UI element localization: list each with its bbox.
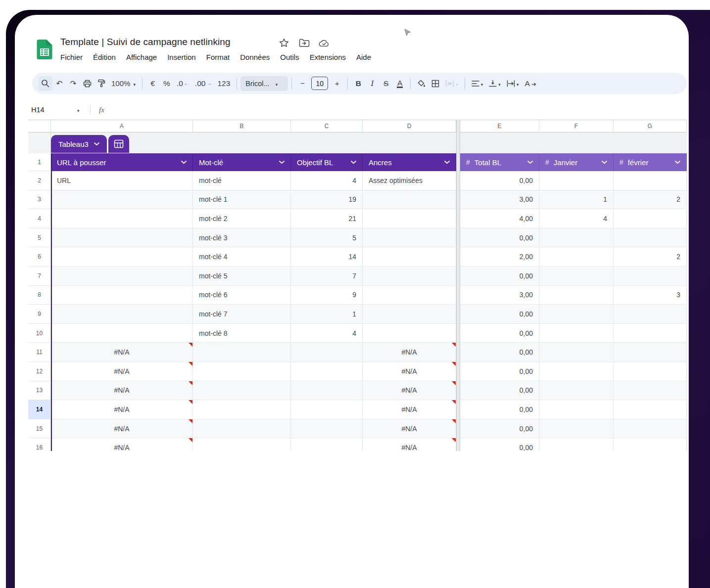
cell-B11[interactable] xyxy=(193,343,291,362)
cell-D7[interactable] xyxy=(363,267,456,286)
frozen-pane-divider[interactable] xyxy=(456,381,460,401)
cell-B7[interactable]: mot-clé 5 xyxy=(193,267,291,286)
row-header-14[interactable]: 14 xyxy=(28,400,51,419)
table-header-B[interactable]: Mot-clé xyxy=(193,153,291,171)
cell-A8[interactable] xyxy=(51,286,193,305)
cell-G2[interactable] xyxy=(614,171,687,190)
cell-E4[interactable]: 4,00 xyxy=(460,209,539,228)
cell-A6[interactable] xyxy=(51,247,193,267)
menu-aide[interactable]: Aide xyxy=(356,53,371,61)
horizontal-align-button[interactable] xyxy=(469,76,486,91)
row-header-11[interactable]: 11 xyxy=(28,343,51,362)
cell-D12[interactable]: #N/A xyxy=(363,362,456,381)
zoom-select[interactable]: 100% xyxy=(108,76,139,91)
cell-C13[interactable] xyxy=(291,381,363,401)
format-currency-button[interactable]: € xyxy=(146,76,160,91)
menu-outils[interactable]: Outils xyxy=(280,53,299,61)
redo-button[interactable]: ↷ xyxy=(66,76,80,91)
cell-F16[interactable] xyxy=(539,438,614,451)
row-header-10[interactable]: 10 xyxy=(28,324,51,343)
cell-A13[interactable]: #N/A xyxy=(51,381,193,401)
cell-G13[interactable] xyxy=(614,381,687,401)
increase-decimals-button[interactable]: .00→ xyxy=(192,76,215,91)
cell-E5[interactable]: 0,00 xyxy=(460,228,539,248)
cell-F11[interactable] xyxy=(539,343,614,362)
row-header-16[interactable]: 16 xyxy=(28,438,51,451)
text-color-button[interactable]: A xyxy=(393,76,407,91)
cell-F15[interactable] xyxy=(539,419,614,439)
cell-E10[interactable]: 0,00 xyxy=(460,324,539,343)
cell-A12[interactable]: #N/A xyxy=(51,362,193,381)
cell-D16[interactable]: #N/A xyxy=(363,438,456,451)
cell-F6[interactable] xyxy=(539,247,614,267)
increase-font-size-button[interactable]: + xyxy=(330,76,344,91)
row-header-3[interactable]: 3 xyxy=(28,190,51,210)
column-header-D[interactable]: D xyxy=(363,120,456,133)
cell-C9[interactable]: 1 xyxy=(291,305,363,324)
cell-E15[interactable]: 0,00 xyxy=(460,419,539,439)
cell-E12[interactable]: 0,00 xyxy=(460,362,539,381)
cell-A9[interactable] xyxy=(51,305,193,324)
cell-B14[interactable] xyxy=(193,400,291,419)
paint-format-button[interactable] xyxy=(95,76,108,91)
frozen-pane-divider[interactable] xyxy=(456,209,460,228)
menu-format[interactable]: Format xyxy=(206,53,230,61)
menu-edition[interactable]: Édition xyxy=(93,53,116,61)
row-header-8[interactable]: 8 xyxy=(28,286,51,305)
cell-A11[interactable]: #N/A xyxy=(51,343,193,362)
filter-chevron-icon[interactable] xyxy=(675,161,680,164)
cell-G3[interactable]: 2 xyxy=(614,190,687,210)
cell-E8[interactable]: 3,00 xyxy=(460,286,539,305)
table-header-G[interactable]: #février xyxy=(614,153,687,171)
column-header-E[interactable]: E xyxy=(460,120,539,133)
row-header-4[interactable]: 4 xyxy=(28,209,51,228)
table-header-F[interactable]: #Janvier xyxy=(539,153,614,171)
document-title[interactable]: Template | Suivi de campagne netlinking xyxy=(60,37,231,47)
fill-color-button[interactable] xyxy=(414,76,428,91)
cell-C6[interactable]: 14 xyxy=(291,247,363,267)
column-header-G[interactable]: G xyxy=(614,120,687,133)
more-formats-button[interactable]: 123 xyxy=(214,76,233,91)
cell-F10[interactable] xyxy=(539,324,614,343)
cell-C8[interactable]: 9 xyxy=(291,286,363,305)
cell-F2[interactable] xyxy=(539,171,614,190)
google-sheets-logo[interactable] xyxy=(37,40,52,59)
cell-E11[interactable]: 0,00 xyxy=(460,343,539,362)
cell-F13[interactable] xyxy=(539,381,614,401)
format-percent-button[interactable]: % xyxy=(160,76,174,91)
vertical-align-button[interactable] xyxy=(486,76,504,91)
cell-F8[interactable] xyxy=(539,286,614,305)
cell-E13[interactable]: 0,00 xyxy=(460,381,539,401)
cell-C2[interactable]: 4 xyxy=(291,171,363,190)
column-header-F[interactable]: F xyxy=(539,120,614,133)
cell-G9[interactable] xyxy=(614,305,687,324)
cell-G10[interactable] xyxy=(614,324,687,343)
table-name-button[interactable]: Tableau3 xyxy=(51,135,107,153)
filter-chevron-icon[interactable] xyxy=(527,161,533,164)
cell-E2[interactable]: 0,00 xyxy=(460,171,539,190)
print-button[interactable] xyxy=(80,76,95,91)
cell-G14[interactable] xyxy=(614,400,687,419)
search-button[interactable] xyxy=(38,76,52,91)
cell-F12[interactable] xyxy=(539,362,614,381)
cell-D11[interactable]: #N/A xyxy=(363,343,456,362)
row-header-13[interactable]: 13 xyxy=(28,381,51,401)
cell-A14[interactable]: #N/A xyxy=(51,400,193,419)
cell-A10[interactable] xyxy=(51,324,193,343)
cell-D15[interactable]: #N/A xyxy=(363,419,456,439)
font-size-input[interactable]: 10 xyxy=(311,77,328,90)
cell-G6[interactable]: 2 xyxy=(614,247,687,267)
frozen-pane-divider[interactable] xyxy=(456,438,460,451)
frozen-pane-divider[interactable] xyxy=(456,153,460,171)
cell-F9[interactable] xyxy=(539,305,614,324)
menu-affichage[interactable]: Affichage xyxy=(126,53,157,61)
row-header-15[interactable]: 15 xyxy=(28,419,51,439)
cell-D14[interactable]: #N/A xyxy=(363,400,456,419)
cell-B15[interactable] xyxy=(193,419,291,439)
cell-D5[interactable] xyxy=(363,228,456,248)
column-header-C[interactable]: C xyxy=(291,120,363,133)
filter-chevron-icon[interactable] xyxy=(279,161,284,164)
row-header-9[interactable]: 9 xyxy=(28,305,51,324)
row-header-5[interactable]: 5 xyxy=(28,228,51,248)
filter-chevron-icon[interactable] xyxy=(351,161,356,164)
